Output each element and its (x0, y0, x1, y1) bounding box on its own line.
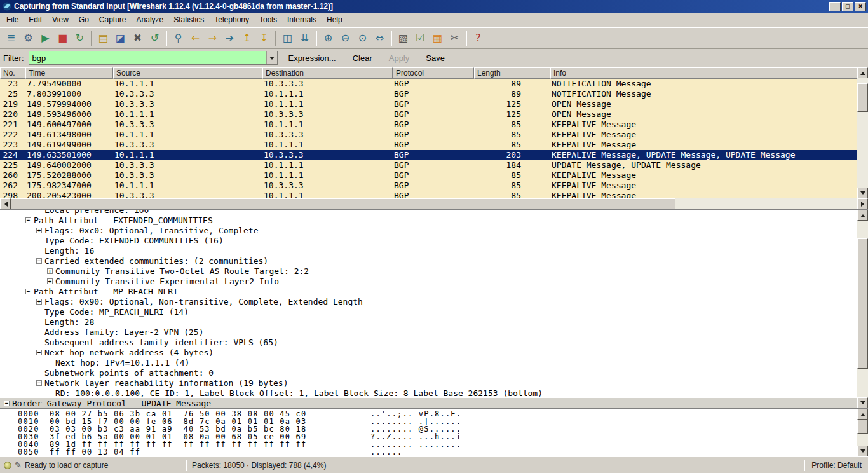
bytes-scrollbar[interactable] (857, 409, 868, 456)
packet-row-219[interactable]: 219149.57999400010.3.3.310.1.1.1BGP125OP… (0, 99, 857, 109)
tree-line[interactable]: Length: 16 (0, 245, 857, 256)
scroll-down-button[interactable] (857, 446, 868, 456)
packet-list-scrollbar[interactable] (857, 67, 868, 198)
column-header-source[interactable]: Source (113, 67, 262, 79)
menu-capture[interactable]: Capture (94, 13, 132, 27)
menu-analyze[interactable]: Analyze (132, 13, 169, 27)
scroll-up-button[interactable] (857, 409, 868, 420)
menu-telephony[interactable]: Telephony (209, 13, 254, 27)
packet-row-225[interactable]: 225149.64000200010.3.3.310.1.1.1BGP184UP… (0, 160, 857, 170)
packet-row-262[interactable]: 262175.98234700010.1.1.110.3.3.3BGP85KEE… (0, 181, 857, 191)
hex-row-0040[interactable]: 004089 1d ff ff ff ff ff ff ff ff ff ff … (0, 441, 857, 448)
expert-info-icon[interactable] (4, 462, 11, 469)
scrollbar-thumb[interactable] (857, 238, 868, 369)
hex-row-0020[interactable]: 002003 03 00 b3 c3 aa 91 a9 40 53 bd 0a … (0, 425, 857, 433)
find-packet-button[interactable]: ⚲ (170, 30, 187, 47)
column-header-info[interactable]: Info (550, 67, 857, 79)
tree-line[interactable]: +Flags: 0xc0: Optional, Transitive, Comp… (0, 225, 857, 235)
scroll-right-button[interactable] (857, 198, 868, 209)
menu-statistics[interactable]: Statistics (168, 13, 209, 27)
tree-line[interactable]: Subnetwork points of attachment: 0 (0, 367, 857, 378)
collapse-icon[interactable]: − (36, 380, 42, 386)
packet-row-223[interactable]: 223149.61949900010.3.3.310.1.1.1BGP85KEE… (0, 140, 857, 150)
open-capture-file-button[interactable]: ▤ (95, 30, 112, 47)
column-header-protocol[interactable]: Protocol (393, 67, 474, 79)
display-filters-button[interactable]: ☑ (412, 30, 429, 47)
tree-line[interactable]: +Community Transitive Experimental Layer… (0, 276, 857, 286)
expand-icon[interactable]: + (47, 268, 53, 274)
filter-input[interactable] (29, 51, 266, 64)
help-button[interactable]: ? (470, 30, 487, 47)
coloring-rules-button[interactable]: ▦ (429, 30, 446, 47)
tree-line[interactable]: Type Code: MP_REACH_NLRI (14) (0, 306, 857, 317)
tree-line[interactable]: Length: 28 (0, 317, 857, 327)
packet-row-220[interactable]: 220149.59349600010.1.1.110.3.3.3BGP125OP… (0, 109, 857, 120)
close-capture-file-button[interactable]: ✖ (129, 30, 146, 47)
packet-row-23[interactable]: 237.79549000010.1.1.110.3.3.3BGP89NOTIFI… (0, 79, 857, 89)
tree-line-clipped[interactable]: Local preference: 100 (0, 210, 857, 215)
auto-scroll-button[interactable]: ⇊ (296, 30, 313, 47)
scroll-up-button[interactable] (857, 210, 868, 221)
menu-go[interactable]: Go (74, 13, 94, 27)
collapse-icon[interactable]: − (4, 401, 10, 406)
resize-columns-button[interactable]: ⇔ (371, 30, 388, 47)
filter-dropdown-button[interactable] (266, 51, 277, 64)
tree-line[interactable]: −Carried extended communities: (2 commun… (0, 256, 857, 266)
hex-row-0050[interactable]: 0050ff ff 00 13 04 ff...... (0, 448, 857, 456)
hex-row-0000[interactable]: 000008 00 27 b5 06 3b ca 01 76 50 00 38 … (0, 410, 857, 418)
collapse-icon[interactable]: − (36, 258, 42, 264)
column-header-length[interactable]: Length (474, 67, 550, 79)
maximize-button[interactable]: □ (842, 2, 853, 11)
filter-expression-button[interactable]: Expression... (282, 51, 342, 65)
filter-clear-button[interactable]: Clear (346, 51, 379, 65)
column-header-no[interactable]: No. (0, 67, 25, 79)
stop-capture-button[interactable]: ■ (54, 30, 71, 47)
packet-row-224[interactable]: 224149.63350100010.1.1.110.3.3.3BGP203KE… (0, 150, 857, 160)
go-to-first-button[interactable]: ↥ (238, 30, 255, 47)
collapse-icon[interactable]: − (25, 217, 31, 223)
menu-edit[interactable]: Edit (24, 13, 47, 27)
column-header-time[interactable]: Time (25, 67, 113, 79)
go-back-button[interactable]: ← (187, 30, 204, 47)
scroll-down-button[interactable] (857, 397, 868, 408)
expand-icon[interactable]: + (36, 299, 42, 305)
collapse-icon[interactable]: − (36, 350, 42, 355)
packet-row-222[interactable]: 222149.61349800010.1.1.110.3.3.3BGP85KEE… (0, 130, 857, 140)
tree-line[interactable]: +Community Transitive Two-Octet AS Route… (0, 266, 857, 276)
collapse-icon[interactable]: − (25, 289, 31, 294)
column-header-destination[interactable]: Destination (262, 67, 393, 79)
restart-capture-button[interactable]: ↻ (71, 30, 88, 47)
tree-line[interactable]: −Border Gateway Protocol - UPDATE Messag… (0, 398, 857, 408)
tree-line[interactable]: Address family: Layer-2 VPN (25) (0, 327, 857, 337)
tree-line[interactable]: −Path Attribut - EXTENDED_COMMUNITIES (0, 215, 857, 225)
go-to-packet-button[interactable]: ➔ (221, 30, 238, 47)
scrollbar-thumb[interactable] (857, 83, 868, 112)
menu-file[interactable]: File (1, 13, 24, 27)
packet-row-260[interactable]: 260175.52028800010.3.3.310.1.1.1BGP85KEE… (0, 170, 857, 181)
hex-row-0010[interactable]: 001000 bd 15 f7 00 00 fe 06 8d 7c 0a 01 … (0, 418, 857, 425)
zoom-in-button[interactable]: ⊕ (320, 30, 337, 47)
menu-help[interactable]: Help (322, 13, 348, 27)
save-capture-file-button[interactable]: ◪ (112, 30, 129, 47)
scrollbar-thumb[interactable] (857, 420, 868, 434)
horizontal-scrollbar[interactable] (0, 198, 868, 209)
minimize-button[interactable]: _ (829, 2, 841, 11)
list-interfaces-button[interactable]: ≣ (3, 30, 20, 47)
close-button[interactable]: × (855, 2, 866, 11)
status-profile-text[interactable]: Profile: Default (805, 461, 868, 470)
zoom-100-button[interactable]: ⊙ (354, 30, 371, 47)
expand-icon[interactable]: + (36, 228, 42, 233)
scrollbar-thumb[interactable] (11, 198, 675, 209)
packet-row-298[interactable]: 298200.20542300010.3.3.310.1.1.1BGP85KEE… (0, 191, 857, 198)
reload-capture-file-button[interactable]: ↺ (146, 30, 163, 47)
colorize-packet-list-button[interactable]: ◫ (279, 30, 296, 47)
capture-options-button[interactable]: ⚙ (20, 30, 37, 47)
scroll-down-button[interactable] (857, 188, 868, 198)
start-capture-button[interactable]: ▶ (37, 30, 54, 47)
tree-line[interactable]: Subsequent address family identifier: VP… (0, 337, 857, 347)
tree-line[interactable]: −Network layer reachability information … (0, 378, 857, 388)
menu-internals[interactable]: Internals (282, 13, 322, 27)
tree-line[interactable]: Next hop: IPv4=10.1.1.1 (4) (0, 357, 857, 367)
tree-line[interactable]: −Path Attribut - MP_REACH_NLRI (0, 286, 857, 296)
scroll-up-button[interactable] (857, 67, 868, 78)
